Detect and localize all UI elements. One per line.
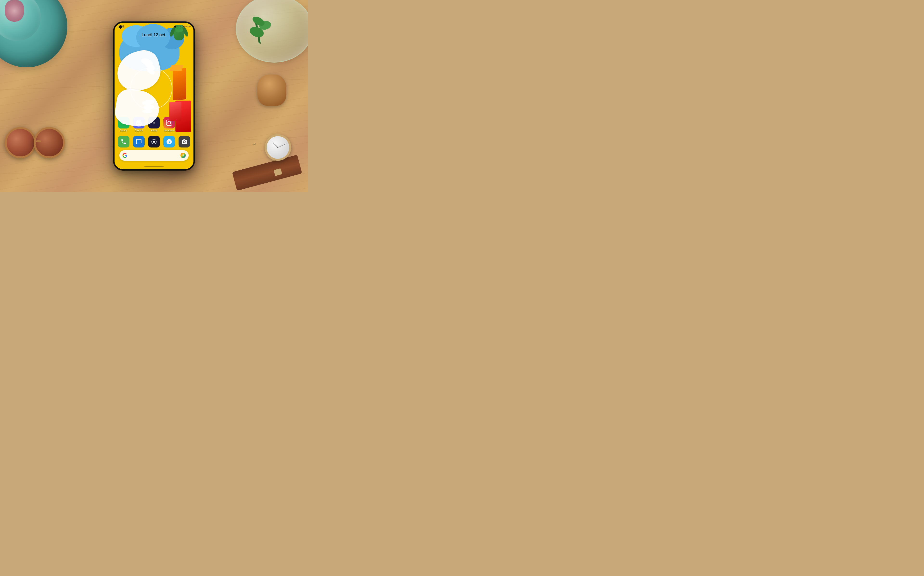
date-text: Lundi 12 oct.: [115, 32, 193, 38]
watch-minute-hand: [278, 143, 286, 147]
battery-icon: 92%: [186, 25, 190, 28]
notification-icon: ⬤: [174, 26, 176, 28]
red-shape-2: [169, 102, 181, 121]
glasses-right-lens: [34, 127, 65, 158]
app-phone[interactable]: [118, 136, 129, 147]
phone-container: 14:36 ⬤ ▲▲ ((•)) 92% Lundi 12 oct.: [113, 21, 195, 171]
messages-icon[interactable]: [133, 136, 145, 147]
svg-point-4: [168, 121, 171, 124]
wristwatch: DW: [233, 130, 301, 182]
app-messages[interactable]: [133, 136, 145, 147]
camera-app-icon[interactable]: [179, 136, 190, 147]
status-icons: ⬤ ▲▲ ((•)) 92%: [174, 25, 190, 28]
app-lens[interactable]: [148, 136, 160, 147]
svg-point-6: [153, 141, 155, 143]
lens-icon[interactable]: [148, 136, 160, 147]
watch-hour-hand: [273, 142, 278, 148]
orange-shape-top: [169, 65, 184, 71]
status-bar: 14:36 ⬤ ▲▲ ((•)) 92%: [115, 23, 193, 30]
phone-screen[interactable]: 14:36 ⬤ ▲▲ ((•)) 92% Lundi 12 oct.: [115, 23, 193, 169]
sunglasses: [0, 120, 82, 180]
telegram-icon[interactable]: [163, 136, 175, 147]
jar-plants: [242, 0, 308, 46]
app-dock: [115, 136, 193, 147]
glasses-left-lens: [5, 127, 36, 158]
glasses-bridge: [36, 140, 41, 142]
signal-icon: ▲▲: [177, 25, 181, 28]
date-display: Lundi 12 oct.: [115, 32, 193, 38]
finger-shape: [143, 109, 152, 113]
watch-logo: DW: [251, 141, 261, 150]
instagram-label: Instagram: [164, 129, 174, 132]
orange-shape: [173, 68, 186, 101]
phone-call-icon[interactable]: [118, 136, 129, 147]
cork-stopper: [257, 75, 286, 106]
front-camera: [119, 25, 122, 29]
cup-object: [5, 0, 24, 22]
google-assistant-icon[interactable]: [181, 153, 186, 158]
wallpaper-circle: [130, 67, 172, 109]
app-camera[interactable]: [179, 136, 190, 147]
home-indicator[interactable]: [144, 166, 164, 167]
watch-center-dot: [277, 147, 279, 148]
google-logo: [122, 153, 128, 158]
google-search-bar[interactable]: [119, 150, 189, 161]
smartphone: 14:36 ⬤ ▲▲ ((•)) 92% Lundi 12 oct.: [113, 21, 195, 171]
app-telegram[interactable]: [163, 136, 175, 147]
wifi-icon: ((•)): [182, 25, 185, 28]
